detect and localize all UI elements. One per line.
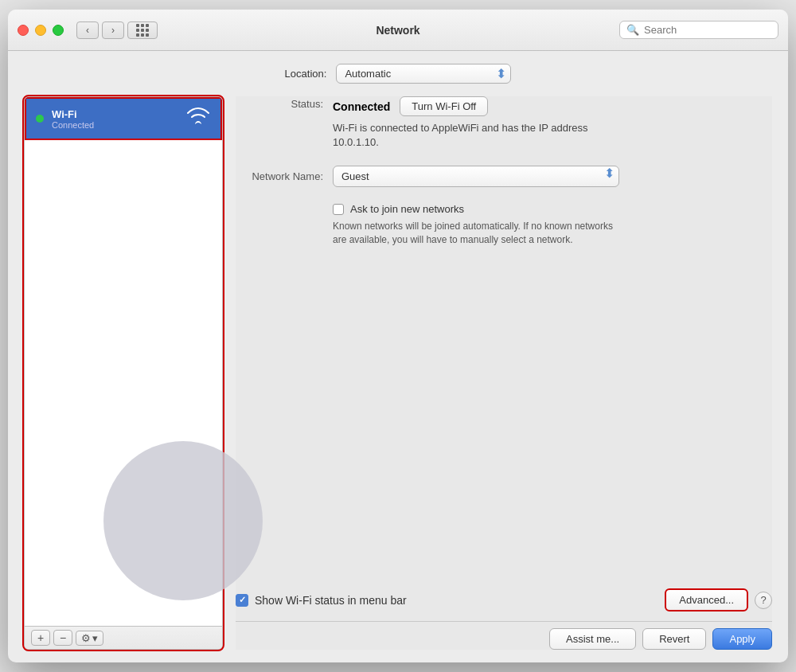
- sidebar-item-text: Wi-Fi Connected: [52, 108, 178, 130]
- ask-join-description: Known networks will be joined automatica…: [333, 220, 619, 247]
- ask-join-checkbox[interactable]: [333, 204, 344, 215]
- status-label: Status:: [236, 96, 323, 110]
- main-panel: Wi-Fi Connected +: [24, 96, 772, 650]
- revert-button[interactable]: Revert: [642, 628, 706, 650]
- network-name-select-wrapper: Guest ⬍: [333, 166, 619, 187]
- network-name-label: Network Name:: [236, 170, 323, 182]
- status-description: Wi-Fi is connected to AppleWiFi and has …: [333, 121, 619, 150]
- search-bar[interactable]: 🔍: [619, 21, 778, 39]
- content: Location: Automatic ⬍ Wi-Fi Connected: [8, 51, 788, 662]
- advanced-button[interactable]: Advanced...: [665, 588, 748, 611]
- sidebar-item-wifi[interactable]: Wi-Fi Connected: [25, 97, 222, 140]
- show-wifi-row: Show Wi-Fi status in menu bar Advanced..…: [236, 588, 772, 611]
- status-content: Connected Turn Wi-Fi Off Wi-Fi is connec…: [333, 96, 772, 150]
- show-wifi-label: Show Wi-Fi status in menu bar: [255, 594, 407, 607]
- window-title: Network: [376, 24, 419, 37]
- wifi-status-dot: [36, 115, 44, 123]
- ask-join-row: Ask to join new networks: [333, 203, 772, 215]
- gear-button[interactable]: ⚙ ▾: [76, 631, 103, 646]
- status-section: Status: Connected Turn Wi-Fi Off Wi-Fi i…: [236, 96, 772, 150]
- sidebar-toolbar: + − ⚙ ▾: [25, 626, 222, 649]
- ask-join-label: Ask to join new networks: [350, 203, 464, 215]
- gear-icon: ⚙: [81, 632, 91, 644]
- sidebar: Wi-Fi Connected +: [24, 96, 223, 650]
- location-label: Location:: [285, 68, 327, 80]
- location-row: Location: Automatic ⬍: [24, 64, 772, 84]
- gear-dropdown-arrow: ▾: [92, 632, 98, 644]
- network-name-select[interactable]: Guest: [333, 166, 619, 187]
- grid-button[interactable]: [127, 21, 158, 39]
- traffic-lights: [18, 25, 64, 36]
- close-button[interactable]: [18, 25, 29, 36]
- add-network-button[interactable]: +: [31, 630, 50, 646]
- show-wifi-checkbox[interactable]: [236, 594, 248, 607]
- status-connected: Connected: [333, 100, 390, 113]
- bottom-section: Show Wi-Fi status in menu bar Advanced..…: [236, 588, 772, 650]
- assist-me-button[interactable]: Assist me...: [549, 628, 636, 650]
- maximize-button[interactable]: [53, 25, 64, 36]
- location-select-wrapper: Automatic ⬍: [336, 64, 511, 84]
- forward-button[interactable]: ›: [102, 21, 124, 39]
- search-input[interactable]: [644, 24, 771, 36]
- apply-button[interactable]: Apply: [712, 628, 772, 650]
- remove-network-button[interactable]: −: [53, 630, 72, 646]
- nav-buttons: ‹ ›: [76, 21, 124, 39]
- sidebar-list: Wi-Fi Connected: [25, 97, 222, 626]
- minimize-button[interactable]: [35, 25, 46, 36]
- search-icon: 🔍: [626, 24, 639, 36]
- turn-wifi-button[interactable]: Turn Wi-Fi Off: [400, 96, 488, 116]
- grid-icon: [136, 24, 149, 37]
- wifi-icon: [185, 107, 211, 131]
- network-name-section: Network Name: Guest ⬍: [236, 166, 772, 187]
- location-select[interactable]: Automatic: [336, 64, 511, 84]
- titlebar: ‹ › Network 🔍: [8, 10, 788, 51]
- action-buttons: Assist me... Revert Apply: [236, 621, 772, 650]
- help-button[interactable]: ?: [755, 592, 772, 609]
- sidebar-item-name: Wi-Fi: [52, 108, 178, 120]
- status-row: Connected Turn Wi-Fi Off: [333, 96, 772, 116]
- back-button[interactable]: ‹: [76, 21, 99, 39]
- right-panel: Status: Connected Turn Wi-Fi Off Wi-Fi i…: [236, 96, 772, 650]
- checkbox-section: Ask to join new networks Known networks …: [333, 203, 772, 247]
- sidebar-item-status: Connected: [52, 120, 178, 130]
